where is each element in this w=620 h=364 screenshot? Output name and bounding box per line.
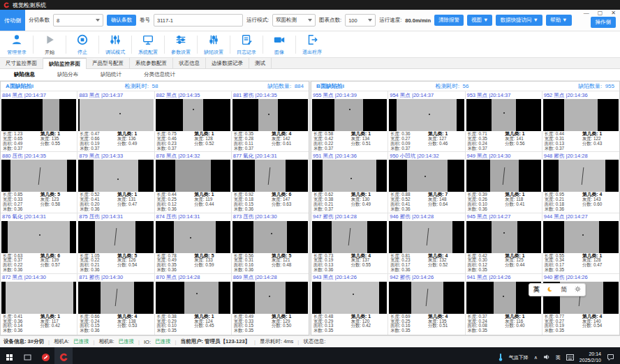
minimize-button[interactable]: — (584, 10, 589, 16)
param-settings-button[interactable]: 参数设置 (165, 33, 196, 56)
vision-app-icon[interactable] (54, 347, 73, 364)
stop-button[interactable]: 停止 (67, 33, 98, 56)
subtab-分类信息统计[interactable]: 分类信息统计 (144, 71, 175, 78)
tab-产品型号配置[interactable]: 产品型号配置 (87, 58, 130, 68)
exit-program-button[interactable]: 退出程序 (297, 33, 327, 56)
chart-points-select[interactable]: 100 (345, 14, 376, 26)
input-method-app-icon[interactable] (36, 347, 54, 364)
defect-info: 长度: 0.73宽度: 0.19面积: 0.13米数: 0.36第几类: 4灰度… (311, 253, 388, 273)
start-button[interactable]: 开始 (34, 33, 65, 56)
camera-icon (272, 33, 286, 49)
defect-meter: 米数: 0.35 (545, 268, 582, 273)
confirm-count-button[interactable]: 确认条数 (107, 15, 136, 26)
tab-尺寸监控界面[interactable]: 尺寸监控界面 (0, 58, 43, 68)
subtab-缺陷信息[interactable]: 缺陷信息 (14, 71, 35, 78)
ime-english-mode[interactable]: 英 (533, 285, 540, 294)
help-menu-button[interactable]: 帮助 ▼ (546, 15, 572, 26)
taskbar-clock[interactable]: 20:14 2025/2/10 (580, 351, 601, 363)
subtab-缺陷统计[interactable]: 缺陷统计 (101, 71, 121, 78)
system-config-button[interactable]: 系统配置 (133, 33, 163, 56)
defect-cell-943[interactable]: 943 黑点 |20:14:26长度: 0.48宽度: 0.29面积: 0.13… (311, 274, 388, 335)
defect-mark (193, 109, 194, 110)
tab-系统参数配置[interactable]: 系统参数配置 (130, 58, 173, 68)
debug-mode-button[interactable]: 调试模式 (100, 33, 131, 56)
slit-count-select[interactable]: 8 (53, 14, 103, 26)
tray-expand-icon[interactable]: ∧ (534, 355, 538, 361)
tab-缺陷监控界面[interactable]: 缺陷监控界面 (43, 58, 87, 69)
defect-cell-880[interactable]: 880 压伤 |20:14:35长度: 0.85宽度: 0.33面积: 0.27… (1, 152, 78, 213)
defect-cell-944[interactable]: 944 黑点 |20:14:27长度: 0.55宽度: 0.34面积: 0.17… (542, 213, 619, 274)
start-button[interactable] (0, 347, 18, 364)
weather-label[interactable]: 气温下降 (509, 354, 529, 361)
subtab-缺陷分布[interactable]: 缺陷分布 (57, 71, 78, 78)
defect-cell-876[interactable]: 876 氧化 |20:14:31长度: 0.63宽度: 0.37面积: 0.22… (1, 213, 78, 274)
defect-cell-878[interactable]: 878 黑点 |20:14:32长度: 0.44宽度: 0.25面积: 0.12… (155, 152, 232, 213)
defect-meter: 米数: 0.35 (157, 328, 195, 333)
defect-settings-button[interactable]: 缺陷设置 (198, 33, 229, 56)
defect-cell-884[interactable]: 884 黑点 |20:14:37长度: 1.23宽度: 0.65面积: 0.49… (1, 91, 78, 152)
defect-mark (119, 113, 121, 114)
log-record-button[interactable]: 日志记录 (231, 33, 262, 56)
app-logo-icon (3, 2, 10, 8)
touch-keyboard-icon[interactable] (566, 354, 574, 361)
run-mode-select[interactable]: 双面检测 (272, 14, 316, 26)
operator-side-button[interactable]: 操作侧 (591, 17, 617, 28)
defect-cell-953[interactable]: 953 黑点 |20:14:37长度: 0.71宽度: 0.35面积: 0.24… (466, 91, 542, 152)
defect-info: 长度: 0.41宽度: 0.36面积: 0.14米数: 0.36第几类: 1灰度… (1, 314, 77, 335)
defect-info: 长度: 0.52宽度: 0.41面积: 0.20米数: 0.36第几类: 1灰度… (78, 192, 154, 212)
defect-cell-954[interactable]: 954 黑点 |20:14:37长度: 0.36宽度: 0.27面积: 0.09… (388, 91, 465, 152)
defect-cell-872[interactable]: 872 黑点 |20:14:30长度: 0.41宽度: 0.36面积: 0.14… (1, 274, 78, 335)
tab-状态信息[interactable]: 状态信息 (173, 58, 206, 68)
defect-cell-955[interactable]: 955 黑点 |20:14:39长度: 0.58宽度: 0.42面积: 0.22… (311, 91, 388, 152)
view-menu-button[interactable]: 视图 ▼ (467, 15, 493, 26)
ime-simplified-mode[interactable]: 简 (561, 285, 567, 294)
roll-number-input[interactable]: 3117-1 (154, 14, 243, 26)
defect-cell-870[interactable]: 870 黑点 |20:14:28长度: 0.38宽度: 0.29面积: 0.10… (155, 274, 232, 335)
defect-cell-952[interactable]: 952 黑点 |20:14:36长度: 0.44宽度: 0.31面积: 0.13… (542, 91, 619, 152)
language-indicator[interactable]: 英 (556, 354, 561, 361)
defect-info: 长度: 0.62宽度: 0.38面积: 0.21米数: 0.37第几类: 1灰度… (311, 192, 388, 212)
defect-cell-942[interactable]: 942 擦伤 |20:14:26长度: 0.69宽度: 0.25面积: 0.16… (388, 274, 465, 335)
notification-center-icon[interactable] (607, 354, 614, 362)
defect-cell-882[interactable]: 882 黑点 |20:14:35长度: 0.75宽度: 0.46面积: 0.23… (155, 91, 232, 152)
defect-cell-946[interactable]: 946 擦伤 |20:14:28长度: 0.81宽度: 0.23面积: 0.17… (388, 213, 465, 274)
defect-cell-951[interactable]: 951 黑点 |20:14:36长度: 0.62宽度: 0.38面积: 0.21… (311, 152, 388, 213)
data-quick-access-menu-button[interactable]: 数据快捷访问 ▼ (496, 15, 542, 26)
defect-mark (268, 114, 270, 115)
defect-cell-948[interactable]: 948 擦伤 |20:14:28长度: 0.95宽度: 0.21面积: 0.18… (542, 152, 619, 213)
defect-cell-871[interactable]: 871 擦伤 |20:14:30长度: 0.66宽度: 0.24面积: 0.15… (78, 274, 154, 335)
defect-cell-875[interactable]: 875 压伤 |20:14:31长度: 1.05宽度: 0.22面积: 0.21… (78, 213, 154, 274)
defect-cell-881[interactable]: 881 擦伤 |20:14:35长度: 0.35宽度: 0.28面积: 0.11… (232, 91, 309, 152)
defect-cell-947[interactable]: 947 擦伤 |20:14:28长度: 0.73宽度: 0.19面积: 0.13… (311, 213, 388, 274)
clear-alarm-button[interactable]: 清除报警 (434, 15, 464, 26)
defect-image (78, 282, 153, 314)
defect-cell-873[interactable]: 873 压伤 |20:14:30长度: 0.56宽度: 0.31面积: 0.16… (232, 213, 309, 274)
tab-测试[interactable]: 测试 (249, 58, 272, 68)
maximize-button[interactable]: ▢ (598, 10, 603, 16)
log-icon (239, 33, 253, 49)
close-button[interactable]: ✕ (611, 10, 616, 16)
defect-cell-883[interactable]: 883 黑点 |20:14:37长度: 0.47宽度: 0.66面积: 0.19… (78, 91, 154, 152)
gear-icon[interactable] (575, 286, 581, 294)
defect-panel-b: B面缺陷拍i检测耗时: 56缺陷数量: 955955 黑点 |20:14:39长… (311, 81, 620, 335)
defect-cell-877[interactable]: 877 氧化 |20:14:31长度: 0.92宽度: 0.18面积: 0.15… (232, 152, 309, 213)
defect-cell-879[interactable]: 879 黑点 |20:14:33长度: 0.52宽度: 0.41面积: 0.20… (78, 152, 154, 213)
defect-meter: 米数: 0.35 (468, 268, 505, 273)
toolbar-separator (131, 36, 132, 54)
defect-info: 长度: 0.69宽度: 0.25面积: 0.16米数: 0.35第几类: 4灰度… (388, 314, 464, 335)
drive-side-button[interactable]: 传动侧 (0, 10, 25, 31)
defect-cell-874[interactable]: 874 压伤 |20:14:31长度: 0.78宽度: 0.49面积: 0.35… (155, 213, 232, 274)
defect-cell-869[interactable]: 869 黑点 |20:14:28长度: 0.49宽度: 0.33面积: 0.15… (232, 274, 309, 335)
defect-cell-header: 948 擦伤 |20:14:28 (542, 152, 619, 160)
defect-cell-949[interactable]: 949 黑点 |20:14:30长度: 0.39宽度: 0.26面积: 0.10… (466, 152, 542, 213)
manage-login-button[interactable]: 管理登录 (1, 33, 32, 56)
image-button[interactable]: 图像 (264, 33, 295, 56)
defect-info: 长度: 0.85宽度: 0.33面积: 0.27米数: 0.36第几类: 5灰度… (1, 192, 77, 212)
task-view-button[interactable] (18, 347, 36, 364)
tab-边缘数据记录[interactable]: 边缘数据记录 (206, 58, 249, 68)
defect-cell-950[interactable]: 950 小凹坑 |20:14:32长度: 0.88宽度: 0.52面积: 0.4… (388, 152, 465, 213)
defect-cell-945[interactable]: 945 黑点 |20:14:27长度: 0.42宽度: 0.30面积: 0.12… (466, 213, 542, 274)
panel-header: A面缺陷拍i检测耗时: 58缺陷数量: 884 (1, 82, 309, 91)
moon-icon[interactable] (547, 287, 553, 294)
volume-icon[interactable] (543, 354, 550, 361)
